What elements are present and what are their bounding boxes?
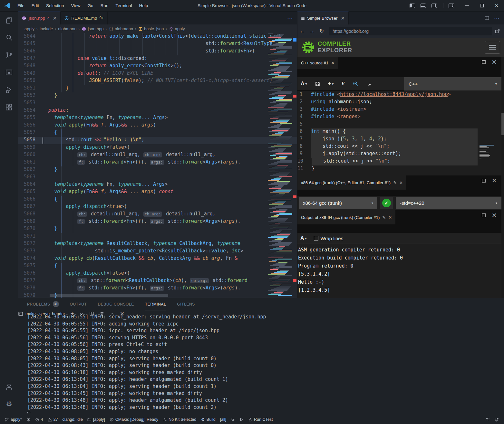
activity-cmake[interactable] <box>0 64 18 81</box>
forward-icon[interactable]: → <box>307 28 317 34</box>
status-item-apply[interactable]: apply* <box>3 415 24 424</box>
status-item-all[interactable]: [all] <box>218 415 228 424</box>
menu-terminal[interactable]: Terminal <box>112 0 135 11</box>
toggle-sidebar-icon[interactable] <box>410 4 415 8</box>
activity-explorer[interactable] <box>0 12 18 29</box>
breadcrumb-item-nlohmann[interactable]: {}nlohmann <box>109 26 133 31</box>
customize-layout-icon[interactable] <box>449 4 454 8</box>
close-pane-icon[interactable]: ✕ <box>491 213 497 217</box>
close-icon[interactable]: ✕ <box>331 61 334 65</box>
zoom-search-icon[interactable] <box>353 81 359 87</box>
breadcrumb-item-include[interactable]: include <box>40 26 53 31</box>
status-item-run-ctest[interactable]: Run CTest <box>246 415 275 424</box>
tab-json.hpp[interactable]: json.hpp4✕ <box>18 12 61 24</box>
close-tab-icon[interactable]: ✕ <box>341 15 345 21</box>
code-editor[interactable]: 5044 return apply_make_tuple<ConstThis>(… <box>18 33 297 298</box>
status-item-build[interactable]: ⚙Build <box>199 415 218 424</box>
maximize-pane-icon[interactable] <box>482 179 486 183</box>
ce-logo-text[interactable]: COMPILER EXPLORER <box>318 41 352 54</box>
editor-more-actions-icon[interactable]: ⋯ <box>287 15 293 22</box>
share-bird-icon[interactable] <box>366 81 373 87</box>
menu-edit[interactable]: Edit <box>28 0 43 11</box>
status-item-4[interactable]: 4 <box>33 415 45 424</box>
activity-account[interactable] <box>0 378 18 395</box>
menu-view[interactable]: View <box>68 0 84 11</box>
maximize-pane-icon[interactable] <box>482 213 486 217</box>
language-select[interactable]: C++▾ <box>404 77 501 90</box>
close-icon[interactable]: ✕ <box>399 180 403 185</box>
page-scrollbar[interactable] <box>501 57 504 298</box>
tab-README.md[interactable]: README.md9+ <box>61 12 108 24</box>
toggle-panel-icon[interactable] <box>421 4 426 8</box>
minimap[interactable] <box>268 33 292 298</box>
tab-simple-browser[interactable]: Simple Browser ✕ <box>297 12 349 24</box>
ce-source-editor[interactable]: 1#include <https://localhost:8443/apply/… <box>297 90 501 175</box>
close-tab-icon[interactable]: ✕ <box>53 15 57 21</box>
terminal-log-line: [2022-04-30 06:13:04] INFO: apply: heade… <box>27 376 501 383</box>
ce-menu-button[interactable] <box>485 41 500 54</box>
ce-output-tab[interactable]: Output of x86-64 gcc (trunk) (Compiler #… <box>297 210 395 224</box>
menu-run[interactable]: Run <box>97 0 112 11</box>
font-size-button[interactable]: A▾ <box>300 235 307 241</box>
url-input[interactable]: https://godbolt.org <box>329 27 492 35</box>
close-pane-icon[interactable]: ✕ <box>491 60 497 64</box>
status-item-27[interactable]: 27 <box>45 415 60 424</box>
browser-more-actions-icon[interactable]: ⋯ <box>494 15 499 22</box>
reload-icon[interactable]: ↻ <box>317 28 326 34</box>
menu-go[interactable]: Go <box>84 0 97 11</box>
panel-tab-output[interactable]: OUTPUT <box>70 298 87 310</box>
wrap-lines-checkbox[interactable] <box>314 236 318 240</box>
activity-scm[interactable] <box>0 46 18 64</box>
close-icon[interactable]: ✕ <box>388 215 392 220</box>
overview-ruler[interactable] <box>292 33 297 298</box>
breadcrumb-item-apply[interactable]: apply <box>169 26 185 31</box>
activity-search[interactable] <box>0 29 18 46</box>
activity-debug[interactable] <box>0 81 18 99</box>
activity-settings[interactable]: ⚙ <box>0 395 18 413</box>
close-window-button[interactable]: ✕ <box>489 0 504 12</box>
status-item-apply[interactable]: [apply] <box>85 415 107 424</box>
status-item-feedback[interactable] <box>483 417 492 422</box>
status-item-cmake-debug-ready[interactable]: CMake: [Debug]: Ready <box>107 415 160 424</box>
menu-file[interactable]: File <box>14 0 28 11</box>
ce-gear-logo-icon[interactable] <box>301 41 315 54</box>
split-editor-icon[interactable] <box>484 15 489 21</box>
status-item-bell[interactable] <box>492 417 501 422</box>
menu-help[interactable]: Help <box>135 0 151 11</box>
ce-scrollbar-thumb[interactable] <box>501 113 504 135</box>
compiler-options-input[interactable]: -std=c++20▾ <box>396 197 501 209</box>
status-item-play[interactable] <box>237 415 246 424</box>
save-icon[interactable] <box>315 81 320 87</box>
horizontal-scrollbar[interactable] <box>50 294 168 297</box>
activity-extensions[interactable] <box>0 99 18 116</box>
maximize-pane-icon[interactable] <box>482 60 486 64</box>
compiler-select[interactable]: x86-64 gcc (trunk)▾ <box>299 197 377 209</box>
panel-tab-terminal[interactable]: TERMINAL <box>145 298 166 310</box>
breadcrumb-item-nlohmann[interactable]: nlohmann <box>58 26 76 31</box>
terminal-output[interactable]: [2022-04-30 06:05:55] INFO: serve_header… <box>27 314 501 413</box>
open-external-icon[interactable] <box>495 28 500 34</box>
rename-pencil-icon[interactable]: ✎ <box>393 180 397 185</box>
panel-tab-problems[interactable]: PROBLEMS31 <box>27 298 59 310</box>
breadcrumb-item-json.hpp[interactable]: json.hpp <box>82 26 103 31</box>
status-item-clangd-idle[interactable]: clangd: idle <box>60 415 85 424</box>
breadcrumb-item-apply[interactable]: apply <box>24 26 34 31</box>
vim-mode-icon[interactable]: V <box>341 81 345 87</box>
maximize-button[interactable] <box>474 0 489 12</box>
breadcrumb-item-basic_json[interactable]: basic_json <box>138 26 164 31</box>
panel-tab-gitlens[interactable]: GITLENS <box>177 298 195 310</box>
back-icon[interactable]: ← <box>297 28 307 34</box>
font-size-button[interactable]: A▾ <box>301 81 307 87</box>
close-pane-icon[interactable]: ✕ <box>491 179 497 183</box>
add-pane-button[interactable]: +▾ <box>328 81 334 87</box>
status-item-publish[interactable] <box>24 415 33 424</box>
toggle-secondary-sidebar-icon[interactable] <box>431 4 437 8</box>
menu-selection[interactable]: Selection <box>43 0 68 11</box>
minimize-button[interactable] <box>460 0 474 12</box>
rename-pencil-icon[interactable]: ✎ <box>382 215 386 220</box>
status-item-no-kit-selected[interactable]: No Kit Selected <box>160 415 199 424</box>
ce-source-tab[interactable]: C++ source #1 ✕ <box>297 57 338 69</box>
status-item-bug[interactable] <box>228 415 237 424</box>
ce-compiler-tab[interactable]: x86-64 gcc (trunk) (C++, Editor #1, Comp… <box>297 175 406 190</box>
panel-tab-debug-console[interactable]: DEBUG CONSOLE <box>98 298 134 310</box>
